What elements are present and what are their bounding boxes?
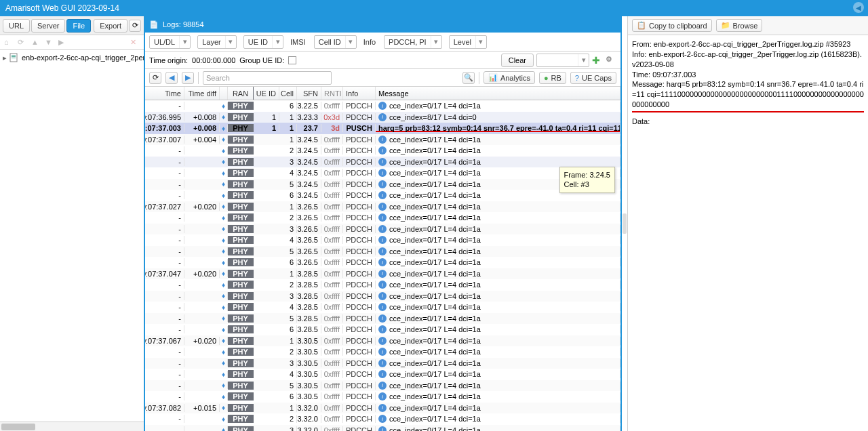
gear-icon[interactable]: ⚙ [606, 55, 616, 66]
table-row[interactable]: -♦PHY33.32.00xffffPDCCHicce_index=0/17 L… [145, 425, 620, 432]
table-row[interactable]: -♦PHY23.30.50xffffPDCCHicce_index=0/17 L… [145, 346, 620, 358]
uldl-filter[interactable]: UL/DL▾ [149, 35, 191, 49]
rb-icon: ● [544, 74, 549, 82]
filter-row-2: Time origin: 00:00:00.000 Group UE ID: C… [145, 52, 620, 69]
info-icon: i [378, 404, 387, 412]
file-tree[interactable]: ▸ enb-export-2-6cc-ap-cqi_trigger_2perTr… [0, 50, 144, 422]
table-row[interactable]: -♦PHY63.26.50xffffPDCCHicce_index=0/17 L… [145, 257, 620, 268]
source-toolbar: URL Server File Export ⟳ [0, 16, 144, 35]
browse-button[interactable]: 📁Browse [716, 19, 763, 32]
table-row[interactable]: -♦PHY33.30.50xffffPDCCHicce_index=0/17 L… [145, 358, 620, 369]
info-icon: i [378, 325, 387, 333]
table-row[interactable]: -♦PHY23.24.50xffffPDCCHicce_index=0/17 L… [145, 145, 620, 157]
cellid-filter[interactable]: Cell ID▾ [314, 35, 357, 49]
url-button[interactable]: URL [3, 19, 30, 33]
col-cell[interactable]: Cell [279, 87, 297, 100]
col-dir[interactable] [220, 87, 228, 100]
down-icon[interactable]: ▼ [45, 38, 54, 47]
home-icon[interactable]: ⌂ [4, 38, 14, 47]
table-row[interactable]: -♦PHY63.30.50xffffPDCCHicce_index=0/17 L… [145, 391, 620, 403]
search-input[interactable]: Search [203, 71, 332, 85]
col-time[interactable]: Time [145, 87, 184, 100]
table-row[interactable]: -♦PHY43.28.50xffffPDCCHicce_index=0/17 L… [145, 302, 620, 313]
table-row[interactable]: -♦PHY33.24.50xffffPDCCHicce_index=0/17 L… [145, 157, 620, 168]
table-row[interactable]: 09:07:37.007+0.004♦PHY13.24.50xffffPDCCH… [145, 134, 620, 146]
table-row[interactable]: 09:07:37.003+0.008♦PHY1123.73dPUSCHharq=… [145, 123, 620, 134]
server-button[interactable]: Server [31, 19, 65, 33]
sidebar-collapse-icon[interactable]: ◀ [853, 2, 864, 13]
copy-button[interactable]: 📋Copy to clipboard [632, 19, 712, 32]
close-icon[interactable]: ✕ [130, 38, 140, 47]
refresh-icon[interactable]: ⟳ [129, 20, 141, 32]
right-icon[interactable]: ▶ [58, 38, 68, 47]
table-row[interactable]: -♦PHY23.32.00xffffPDCCHicce_index=0/17 L… [145, 413, 620, 425]
info-icon: i [378, 337, 387, 345]
svg-rect-3 [12, 58, 16, 58]
col-message[interactable]: Message [376, 87, 620, 100]
table-row[interactable]: -♦PHY63.22.50xffffPDCCHicce_index=0/17 L… [145, 100, 620, 112]
info-icon: i [378, 203, 387, 211]
direction-icon: ♦ [222, 203, 225, 210]
analytics-button[interactable]: 📊Analytics [484, 71, 535, 84]
expand-icon[interactable]: ▸ [3, 54, 7, 62]
col-ueid[interactable]: UE ID [254, 87, 279, 100]
direction-icon: ♦ [222, 147, 225, 155]
export-button[interactable]: Export [94, 19, 127, 33]
back-icon[interactable]: ◀ [165, 72, 178, 84]
clear-combo[interactable]: ▾ [536, 54, 589, 67]
table-row[interactable]: -♦PHY23.26.50xffffPDCCHicce_index=0/17 L… [145, 212, 620, 224]
info-icon: i [378, 426, 387, 431]
ueid-filter[interactable]: UE ID▾ [243, 35, 283, 49]
info-icon: i [378, 314, 387, 323]
table-row[interactable]: -♦PHY53.24.50xffffPDCCHicce_index=0/17 L… [145, 179, 620, 190]
table-row[interactable]: -♦PHY33.26.50xffffPDCCHicce_index=0/17 L… [145, 224, 620, 235]
col-rnti[interactable]: RNTI [321, 87, 343, 100]
splitter[interactable] [622, 16, 627, 431]
up-icon[interactable]: ▲ [31, 38, 41, 47]
col-sfn[interactable]: SFN [297, 87, 321, 100]
table-row[interactable]: -♦PHY53.26.50xffffPDCCHicce_index=0/17 L… [145, 246, 620, 258]
rb-button[interactable]: ●RB [539, 72, 566, 84]
tree-item[interactable]: ▸ enb-export-2-6cc-ap-cqi_trigger_2perTr… [0, 52, 144, 64]
info-icon: i [378, 169, 387, 177]
info-icon: i [378, 102, 387, 110]
direction-icon: ♦ [222, 326, 225, 333]
table-row[interactable]: -♦PHY63.28.50xffffPDCCHicce_index=0/17 L… [145, 324, 620, 335]
level-filter[interactable]: Level▾ [449, 35, 487, 49]
col-timediff[interactable]: Time diff [184, 87, 220, 100]
clear-button[interactable]: Clear [501, 54, 534, 67]
reload-icon[interactable]: ⟳ [18, 38, 27, 47]
binoculars-icon[interactable]: 🔍 [462, 72, 475, 84]
uecaps-button[interactable]: ?UE Caps [570, 72, 616, 84]
table-row[interactable]: 09:07:37.067+0.020♦PHY13.30.50xffffPDCCH… [145, 335, 620, 347]
table-row[interactable]: -♦PHY33.28.50xffffPDCCHicce_index=0/17 L… [145, 291, 620, 302]
forward-icon[interactable]: ▶ [182, 72, 194, 84]
horizontal-scrollbar[interactable] [0, 422, 144, 431]
table-row[interactable]: -♦PHY43.24.50xffffPDCCHicce_index=0/17 L… [145, 167, 620, 179]
plus-icon[interactable]: ✚ [592, 55, 603, 66]
info-icon: i [378, 236, 387, 244]
table-row[interactable]: 09:07:37.027+0.020♦PHY13.26.50xffffPDCCH… [145, 201, 620, 213]
col-ran[interactable]: RAN [228, 87, 254, 100]
col-info[interactable]: Info [343, 87, 376, 100]
table-row[interactable]: 09:07:37.047+0.020♦PHY13.28.50xffffPDCCH… [145, 268, 620, 280]
info-icon: i [378, 370, 387, 378]
table-row[interactable]: -♦PHY43.26.50xffffPDCCHicce_index=0/17 L… [145, 234, 620, 246]
info-icon: i [378, 270, 387, 278]
time-origin-input[interactable]: 00:00:00.000 [192, 56, 235, 64]
refresh-nav-icon[interactable]: ⟳ [149, 72, 161, 84]
table-row[interactable]: -♦PHY53.30.50xffffPDCCHicce_index=0/17 L… [145, 380, 620, 392]
table-row[interactable]: 09:07:36.995+0.008♦PHY113.23.30x3dPDCCHi… [145, 112, 620, 123]
tree-item-label: enb-export-2-6cc-ap-cqi_trigger_2perTrig… [22, 54, 144, 62]
layer-filter[interactable]: Layer▾ [197, 35, 237, 49]
table-row[interactable]: -♦PHY63.24.50xffffPDCCHicce_index=0/17 L… [145, 190, 620, 201]
table-row[interactable]: -♦PHY43.30.50xffffPDCCHicce_index=0/17 L… [145, 369, 620, 380]
group-ueid-checkbox[interactable] [288, 56, 296, 64]
table-row[interactable]: 09:07:37.082+0.015♦PHY13.32.00xffffPDCCH… [145, 403, 620, 414]
logs-tab-title: Logs: 98854 [163, 20, 204, 28]
table-row[interactable]: -♦PHY53.28.50xffffPDCCHicce_index=0/17 L… [145, 313, 620, 325]
info-filter[interactable]: PDCCH, PI▾ [384, 35, 442, 49]
file-button[interactable]: File [66, 19, 91, 33]
grid-header: Time Time diff RAN UE ID Cell SFN RNTI I… [145, 87, 620, 100]
table-row[interactable]: -♦PHY23.28.50xffffPDCCHicce_index=0/17 L… [145, 279, 620, 291]
